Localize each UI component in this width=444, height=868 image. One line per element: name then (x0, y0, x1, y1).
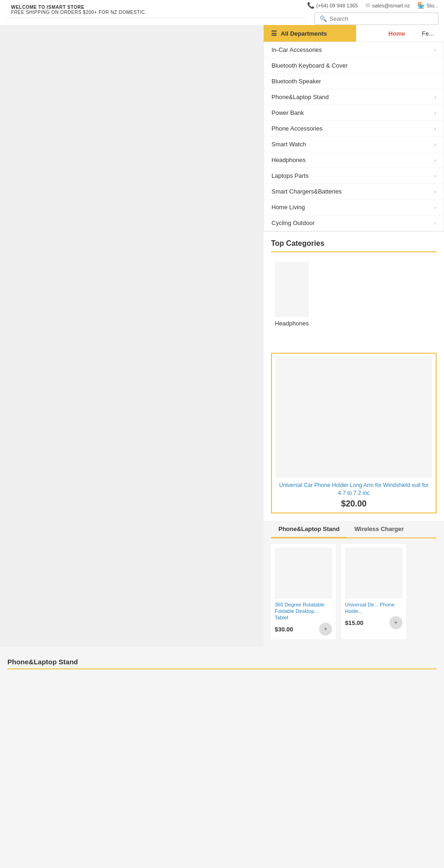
tab-wireless-charger[interactable]: Wireless Charger (347, 521, 411, 537)
nav-featured[interactable]: Fe... (415, 25, 440, 42)
dept-cycling-outdoor-label: Cycling Outdoor (271, 219, 314, 226)
dept-cycling-outdoor-arrow: › (434, 220, 436, 226)
search-bar[interactable]: 🔍 (314, 12, 438, 25)
dept-cycling-outdoor[interactable]: Cycling Outdoor › (264, 215, 444, 231)
dept-power-bank-label: Power Bank (271, 109, 304, 116)
top-categories-section: Top Categories Headphones (264, 231, 444, 345)
dept-phone-laptop-stand[interactable]: Phone&Laptop Stand › (264, 89, 444, 105)
product-card-1-price: $15.00 (345, 619, 364, 626)
dept-headphones-label: Headphones (271, 156, 306, 163)
dept-phone-laptop-label: Phone&Laptop Stand (271, 94, 329, 100)
dept-home-living[interactable]: Home Living › (264, 200, 444, 215)
product-card-0-title: 360 Degree Rotatable Foldable Desktop...… (275, 601, 332, 621)
category-headphones-image (275, 262, 309, 317)
phone-icon: 📞 (307, 2, 314, 9)
dept-smart-watch-label: Smart Watch (271, 141, 306, 148)
dept-bluetooth-speaker[interactable]: Bluetooth Speaker (264, 74, 444, 89)
dept-bluetooth-keyboard-label: Bluetooth Keyboard & Cover (271, 62, 348, 69)
dept-bluetooth-keyboard[interactable]: Bluetooth Keyboard & Cover (264, 58, 444, 74)
store-contact[interactable]: 🏪 Sto... (417, 2, 438, 9)
dept-smart-watch-arrow: › (434, 142, 436, 147)
dept-phone-accessories[interactable]: Phone Accessories › (264, 121, 444, 137)
dept-smart-watch[interactable]: Smart Watch › (264, 137, 444, 152)
bottom-section-title: Phone&Laptop Stand (7, 658, 437, 669)
featured-product-price: $20.00 (276, 499, 432, 509)
dept-home-living-label: Home Living (271, 204, 305, 211)
tab-phone-laptop-stand[interactable]: Phone&Laptop Stand (271, 521, 347, 538)
dept-smart-chargers-label: Smart Chargers&Batteries (271, 188, 342, 195)
featured-product-title: Universal Car Phone Holder Long Arm for … (276, 481, 432, 497)
dept-power-bank[interactable]: Power Bank › (264, 105, 444, 121)
search-icon: 🔍 (320, 15, 327, 22)
dept-phone-accessories-arrow: › (434, 126, 436, 131)
product-card-1[interactable]: Universal De... Phone Holde... $15.00 + (341, 544, 406, 640)
tab-products-grid: 360 Degree Rotatable Foldable Desktop...… (271, 544, 437, 647)
dept-headphones[interactable]: Headphones › (264, 152, 444, 168)
store-label: Sto... (426, 3, 438, 8)
welcome-text: WELCOME TO ISMART STORE (11, 5, 302, 10)
dept-laptops-parts-label: Laptops Parts (271, 172, 308, 179)
product-card-1-title: Universal De... Phone Holde... (345, 601, 402, 615)
bottom-section: Phone&Laptop Stand (0, 650, 444, 684)
dept-phone-accessories-label: Phone Accessories (271, 125, 323, 132)
departments-dropdown: In-Car Accessories › Bluetooth Keyboard … (264, 42, 444, 231)
featured-product-image (276, 357, 432, 478)
dept-smart-chargers[interactable]: Smart Chargers&Batteries › (264, 184, 444, 200)
phone-number: (+64) 09 948 1365 (316, 3, 358, 8)
store-icon: 🏪 (417, 2, 425, 9)
email-address: sales@ismart.nz (372, 3, 410, 8)
dept-smart-chargers-arrow: › (434, 189, 436, 194)
phone-contact[interactable]: 📞 (+64) 09 948 1365 (307, 2, 358, 9)
tabs-row: Phone&Laptop Stand Wireless Charger (271, 521, 437, 538)
shipping-text: FREE SHIPPING ON ORDERS $200+ FOR NZ DOM… (11, 10, 302, 15)
dept-home-living-arrow: › (434, 205, 436, 210)
product-card-0-image (275, 548, 332, 599)
email-contact[interactable]: ✉ sales@ismart.nz (365, 2, 410, 9)
category-headphones-label: Headphones (275, 320, 309, 327)
nav-home[interactable]: Home (382, 25, 412, 42)
search-input[interactable] (329, 15, 433, 22)
featured-product-card[interactable]: Universal Car Phone Holder Long Arm for … (271, 353, 437, 513)
dept-power-bank-arrow: › (434, 110, 436, 116)
email-icon: ✉ (365, 2, 370, 9)
product-card-1-image (345, 548, 402, 599)
dept-headphones-arrow: › (434, 157, 436, 163)
dept-laptops-parts-arrow: › (434, 173, 436, 179)
add-to-cart-0[interactable]: + (319, 623, 332, 636)
dept-in-car[interactable]: In-Car Accessories › (264, 42, 444, 58)
all-departments-button[interactable]: ☰ All Departments (264, 25, 356, 42)
hamburger-icon: ☰ (271, 30, 277, 37)
category-headphones[interactable]: Headphones (271, 258, 313, 331)
product-card-0[interactable]: 360 Degree Rotatable Foldable Desktop...… (271, 544, 336, 640)
hero-banner-area (0, 25, 264, 647)
dept-in-car-arrow: › (434, 47, 436, 53)
all-departments-label: All Departments (281, 30, 327, 37)
tabs-section: Phone&Laptop Stand Wireless Charger 360 … (264, 521, 444, 647)
dept-laptops-parts[interactable]: Laptops Parts › (264, 168, 444, 184)
top-categories-title: Top Categories (271, 239, 437, 252)
dept-bluetooth-speaker-label: Bluetooth Speaker (271, 78, 321, 85)
add-to-cart-1[interactable]: + (389, 616, 402, 629)
dept-phone-laptop-arrow: › (434, 94, 436, 100)
product-card-0-price: $30.00 (275, 626, 293, 633)
dept-in-car-label: In-Car Accessories (271, 46, 322, 53)
